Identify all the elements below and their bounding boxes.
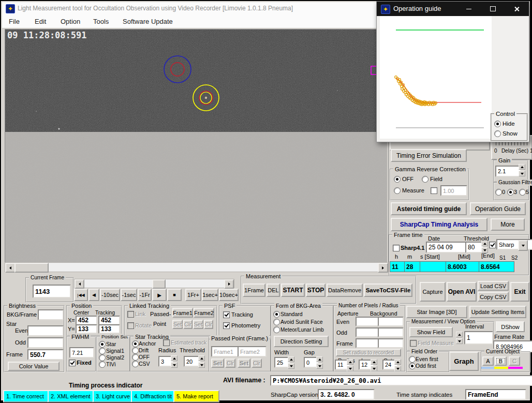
update-setting-items-button[interactable]: Update Setting Items	[469, 306, 526, 318]
menu-file[interactable]: File	[9, 18, 20, 25]
anchor-radio[interactable]	[132, 340, 139, 347]
avi-filename-input[interactable]: P:¥CMOS¥Asteroid¥20_26_00.avi	[270, 375, 532, 386]
data-remove-button[interactable]: DataRemove	[327, 283, 363, 297]
fwhm-input[interactable]: 7.21	[69, 347, 94, 358]
spin-down-icon[interactable]	[347, 366, 353, 371]
gaussian-5-radio[interactable]	[519, 189, 526, 196]
sharp41-checkbox[interactable]	[393, 245, 400, 251]
date-input[interactable]: 25 04 09	[426, 242, 467, 253]
lt-frame2-button[interactable]: Frame2	[194, 308, 214, 318]
odd-first-radio[interactable]	[409, 363, 416, 369]
video-area[interactable]: 09 11:28:08:591	[5, 29, 389, 264]
gamma-value-input[interactable]: 1.00	[440, 185, 467, 196]
link-checkbox[interactable]	[127, 311, 134, 318]
sharpcap-version-input[interactable]: 3. 2. 6482. 0	[318, 389, 375, 400]
play-button[interactable]: ▶	[152, 289, 167, 301]
spin-up-icon[interactable]	[171, 355, 178, 361]
show-field-button[interactable]: Show Field	[409, 327, 453, 337]
bkg-width-spinner[interactable]	[288, 356, 294, 369]
gaussian-0-radio[interactable]	[495, 189, 502, 196]
pp-frame1-input[interactable]: Frame1	[211, 346, 239, 357]
frame-scrollbar[interactable]	[74, 279, 234, 288]
px-odd-background-input[interactable]	[378, 327, 404, 337]
st-threshold-spinner[interactable]	[198, 355, 205, 368]
one-frame-button[interactable]: 1Frame	[243, 283, 265, 297]
spin-down-icon[interactable]	[198, 362, 205, 368]
pp-set1-button[interactable]: Set	[211, 359, 224, 368]
stop-measure-button[interactable]: STOP	[306, 283, 326, 297]
menu-edit[interactable]: Edit	[35, 18, 46, 25]
dshow-button[interactable]: DShow	[496, 321, 525, 332]
frame-scroll-thumb[interactable]	[152, 279, 166, 289]
bkg-gap-spinner[interactable]	[316, 356, 323, 369]
frame-scroll-right-button[interactable]	[224, 279, 234, 289]
pp-set2-button[interactable]: Set	[238, 359, 250, 368]
interval-spinner[interactable]	[456, 332, 463, 344]
step-back-button[interactable]: ◀	[88, 289, 99, 301]
radius-spinner[interactable]	[347, 359, 353, 371]
bkg-avoid-radio[interactable]	[273, 319, 280, 325]
minus-1frame-button[interactable]: -1Fr	[138, 289, 152, 301]
rotate-checkbox[interactable]	[127, 322, 134, 329]
time-stamp-input[interactable]: FrameEnd	[465, 389, 526, 400]
lt-set2-button[interactable]: Set	[193, 320, 203, 329]
tracking-csv-radio[interactable]	[132, 361, 139, 367]
maximize-button[interactable]	[482, 2, 503, 16]
minus-1sec-button[interactable]: -1sec	[121, 289, 137, 301]
psf-tracking-checkbox[interactable]	[223, 311, 230, 318]
bkg-frame-input[interactable]	[38, 309, 64, 320]
spin-up-icon[interactable]	[347, 359, 353, 365]
position-set-signal2-radio[interactable]	[99, 354, 106, 361]
direction-setting-button[interactable]: Direction Setting	[274, 336, 329, 347]
stop-button[interactable]: ■	[167, 289, 182, 301]
more-button[interactable]: More	[491, 218, 525, 231]
gamma-off-radio[interactable]	[394, 176, 401, 183]
sharpcap-timing-analysis-button[interactable]: SharpCap Timing Analysis	[391, 218, 487, 231]
spin-down-icon[interactable]	[171, 362, 178, 368]
spin-up-icon[interactable]	[288, 356, 294, 362]
even-first-radio[interactable]	[409, 356, 416, 363]
gamma-field-radio[interactable]	[422, 176, 428, 183]
px-frame-aperture-input[interactable]	[356, 338, 379, 348]
time-s-start-field[interactable]	[420, 261, 448, 272]
save-to-csv-button[interactable]: SaveToCSV-File	[364, 283, 412, 297]
exit-button[interactable]: Exit	[510, 282, 529, 302]
spin-up-icon[interactable]	[316, 356, 323, 362]
px-frame-background-input[interactable]	[378, 338, 404, 348]
px-odd-aperture-input[interactable]	[356, 327, 379, 337]
menu-software-update[interactable]: Software Update	[123, 18, 173, 25]
pp-clr2-button[interactable]: Clr	[252, 359, 262, 368]
estimated-track-checkbox[interactable]	[163, 339, 170, 346]
menu-option[interactable]: Option	[61, 18, 80, 25]
scroll-right-button[interactable]	[378, 263, 388, 273]
field-measure-checkbox[interactable]	[410, 340, 417, 347]
scroll-left-button[interactable]	[5, 263, 16, 273]
bkg-standard-radio[interactable]	[273, 311, 280, 318]
px-even-aperture-input[interactable]	[356, 317, 379, 326]
plus-10sec-button[interactable]: 10sec+	[219, 289, 239, 301]
time-mid-field[interactable]: 8.6003	[446, 261, 481, 272]
copy-csv-button[interactable]: Copy CSV	[478, 292, 509, 302]
even-input[interactable]	[27, 325, 64, 336]
start-button[interactable]: START	[281, 283, 305, 297]
psf-photometry-checkbox[interactable]	[223, 322, 230, 329]
fwhm-fixed-checkbox[interactable]	[69, 360, 76, 366]
tracking-off-radio[interactable]	[132, 354, 139, 361]
video-scroll-thumb[interactable]	[14, 263, 49, 273]
color-value-button[interactable]: Color Value	[8, 362, 60, 371]
interval-input[interactable]: 1	[464, 331, 493, 345]
spin-down-icon[interactable]	[456, 338, 463, 344]
open-avi-button[interactable]: Open AVI	[447, 282, 477, 302]
spin-up-icon[interactable]	[371, 359, 377, 365]
tab-light-curve[interactable]: 3. Light curve	[93, 390, 136, 402]
operation-guide-button[interactable]: Operation Guide	[470, 202, 526, 215]
st-radius-spinner[interactable]	[171, 355, 178, 368]
frame-scroll-left-button[interactable]	[75, 279, 84, 289]
graph-button[interactable]: Graph	[449, 352, 479, 371]
object-a-button[interactable]: A	[482, 356, 494, 366]
spin-up-icon[interactable]	[456, 332, 463, 337]
threshold-spinner[interactable]	[481, 241, 488, 253]
spin-down-icon[interactable]	[316, 363, 323, 369]
pp-frame2-input[interactable]: Frame2	[238, 346, 267, 357]
inner-spinner[interactable]	[371, 359, 377, 371]
